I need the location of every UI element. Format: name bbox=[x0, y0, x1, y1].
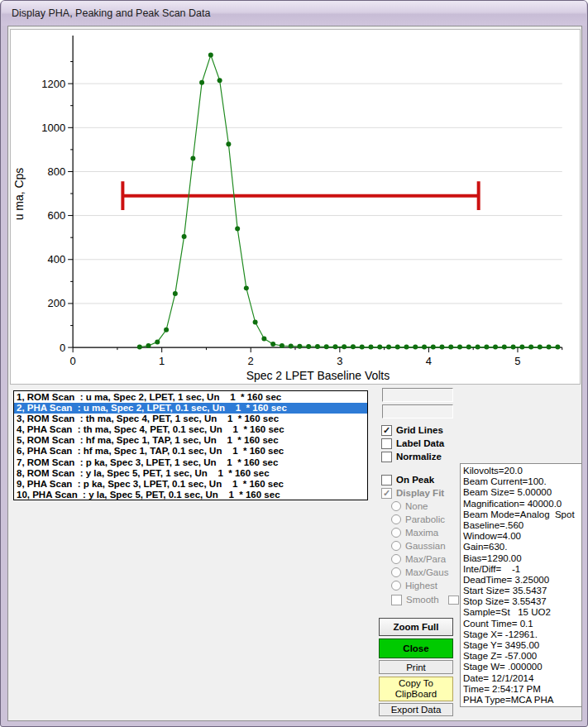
svg-text:3: 3 bbox=[337, 355, 342, 367]
svg-text:1: 1 bbox=[159, 355, 165, 367]
chart-panel: 012345020040060080010001200Spec 2 LPET B… bbox=[10, 29, 581, 385]
info-line: Stage W= .000000 bbox=[463, 662, 581, 672]
scan-list-item[interactable]: 2, PHA Scan : u ma, Spec 2, LPET, 0.1 se… bbox=[14, 403, 367, 414]
export-data-button[interactable]: Export Data bbox=[379, 703, 453, 716]
label-data-label: Label Data bbox=[396, 438, 444, 448]
scan-list-item[interactable]: 9, PHA Scan : p ka, Spec 3, LPET, 0.1 se… bbox=[14, 479, 367, 490]
fit-method-radio-max-gaus[interactable]: Max/Gaus bbox=[391, 566, 466, 579]
info-line: Stage Z= -57.000 bbox=[463, 651, 581, 662]
baseline-window-marker bbox=[122, 181, 478, 210]
checkbox-icon bbox=[381, 475, 392, 485]
fit-method-label: None bbox=[405, 501, 428, 511]
scan-data-series bbox=[137, 53, 561, 350]
svg-text:4: 4 bbox=[426, 355, 432, 367]
svg-text:2: 2 bbox=[248, 355, 254, 367]
close-button[interactable]: Close bbox=[379, 639, 453, 658]
app-window: Display PHA, Peaking and Peak Scan Data … bbox=[0, 0, 588, 727]
radio-icon bbox=[391, 541, 401, 551]
svg-text:5: 5 bbox=[514, 355, 520, 367]
window-titlebar[interactable]: Display PHA, Peaking and Peak Scan Data bbox=[2, 1, 586, 26]
fit-method-group: NoneParabolicMaximaGaussianMax/ParaMax/G… bbox=[391, 500, 466, 592]
readout-box-bottom bbox=[382, 404, 453, 419]
info-line: Inte/Diff= -1 bbox=[463, 564, 581, 575]
label-data-checkbox[interactable]: Label Data bbox=[381, 438, 444, 449]
info-line: Stop Size= 3.55437 bbox=[463, 596, 581, 607]
info-line: Window=4.00 bbox=[463, 531, 581, 542]
info-line: Start Size= 35.5437 bbox=[463, 586, 581, 596]
on-peak-label: On Peak bbox=[396, 475, 434, 485]
info-line: PHA Type=MCA PHA bbox=[463, 695, 581, 705]
fit-method-radio-maxima[interactable]: Maxima bbox=[391, 526, 466, 539]
fit-method-label: Highest bbox=[405, 581, 437, 591]
info-line: Count Time= 0.1 bbox=[463, 619, 581, 629]
info-line: Beam Current=100. bbox=[463, 476, 581, 487]
smooth-checkbox: Smooth bbox=[391, 594, 459, 605]
fit-method-radio-none[interactable]: None bbox=[391, 500, 466, 513]
smooth-value-box bbox=[448, 595, 459, 605]
info-line: Gain=630. bbox=[463, 542, 581, 552]
display-fit-label: Display Fit bbox=[396, 488, 444, 498]
info-line: Date= 12/1/2014 bbox=[463, 673, 581, 684]
info-line: Sample=St 15 UO2 bbox=[463, 607, 581, 618]
info-panel: Kilovolts=20.0Beam Current=100.Beam Size… bbox=[460, 463, 582, 707]
window-title: Display PHA, Peaking and Peak Scan Data bbox=[12, 7, 210, 19]
radio-icon bbox=[391, 514, 401, 524]
x-axis-label: Spec 2 LPET Baseline Volts bbox=[246, 369, 390, 382]
fit-method-label: Maxima bbox=[405, 528, 438, 538]
info-line: DeadTime= 3.25000 bbox=[463, 575, 581, 586]
checkbox-check-icon bbox=[381, 488, 392, 499]
info-line: Beam Size= 5.00000 bbox=[463, 487, 581, 498]
fit-method-label: Max/Para bbox=[405, 554, 446, 564]
radio-icon bbox=[391, 567, 401, 577]
scan-list-item[interactable]: 6, PHA Scan : hf ma, Spec 1, TAP, 0.1 se… bbox=[14, 446, 367, 457]
on-peak-checkbox[interactable]: On Peak bbox=[381, 474, 434, 485]
print-button[interactable]: Print bbox=[379, 660, 453, 674]
zoom-full-button[interactable]: Zoom Full bbox=[379, 618, 453, 636]
grid-lines-label: Grid Lines bbox=[396, 425, 443, 435]
scan-list-item[interactable]: 3, ROM Scan : th ma, Spec 4, PET, 1 sec,… bbox=[14, 414, 367, 424]
svg-text:600: 600 bbox=[48, 209, 66, 222]
pha-scan-chart: 012345020040060080010001200Spec 2 LPET B… bbox=[11, 30, 580, 384]
dialog-content: 012345020040060080010001200Spec 2 LPET B… bbox=[7, 26, 582, 721]
grid-lines-checkbox[interactable]: Grid Lines bbox=[381, 424, 443, 436]
checkbox-check-icon bbox=[381, 425, 392, 436]
radio-icon bbox=[391, 554, 401, 564]
info-line: Baseline=.560 bbox=[463, 520, 581, 531]
info-line: Stage X= -12961. bbox=[463, 629, 581, 640]
info-line: Bias=1290.00 bbox=[463, 553, 581, 564]
svg-text:1000: 1000 bbox=[41, 122, 65, 134]
scan-list-item[interactable]: 10, PHA Scan : y la, Spec 5, PET, 0.1 se… bbox=[14, 490, 367, 500]
checkbox-icon bbox=[391, 595, 402, 605]
readout-box-top bbox=[382, 388, 453, 402]
fit-method-radio-gaussian[interactable]: Gaussian bbox=[391, 539, 466, 552]
scan-list-item[interactable]: 7, ROM Scan : p ka, Spec 3, LPET, 1 sec,… bbox=[14, 457, 367, 468]
fit-method-label: Gaussian bbox=[405, 541, 446, 551]
info-line: Kilovolts=20.0 bbox=[463, 466, 581, 476]
svg-text:400: 400 bbox=[48, 253, 66, 265]
svg-text:800: 800 bbox=[48, 165, 66, 178]
scan-list[interactable]: 1, ROM Scan : u ma, Spec 2, LPET, 1 sec,… bbox=[13, 390, 368, 500]
info-line: Time= 2:54:17 PM bbox=[463, 684, 581, 695]
svg-text:0: 0 bbox=[70, 355, 76, 367]
info-line: Magnification= 40000.0 bbox=[463, 499, 581, 509]
svg-text:200: 200 bbox=[48, 297, 66, 309]
fit-method-radio-parabolic[interactable]: Parabolic bbox=[391, 513, 466, 526]
scan-list-item[interactable]: 5, ROM Scan : hf ma, Spec 1, TAP, 1 sec,… bbox=[14, 435, 367, 446]
fit-method-radio-highest[interactable]: Highest bbox=[391, 579, 466, 592]
radio-icon bbox=[391, 528, 401, 538]
scan-list-item[interactable]: 4, PHA Scan : th ma, Spec 4, PET, 0.1 se… bbox=[14, 424, 367, 435]
svg-text:1200: 1200 bbox=[41, 78, 65, 90]
info-line: Stage Y= 3495.00 bbox=[463, 640, 581, 651]
gridlines bbox=[73, 84, 562, 304]
radio-icon bbox=[391, 581, 401, 591]
svg-text:0: 0 bbox=[60, 342, 65, 354]
scan-list-item[interactable]: 8, ROM Scan : y la, Spec 5, PET, 1 sec, … bbox=[14, 468, 367, 479]
fit-method-label: Parabolic bbox=[405, 514, 445, 524]
fit-method-radio-max-para[interactable]: Max/Para bbox=[391, 552, 466, 566]
checkbox-icon bbox=[381, 452, 392, 462]
y-axis-label: u ma, Cps bbox=[12, 168, 26, 221]
normalize-label: Normalize bbox=[396, 452, 442, 462]
normalize-checkbox[interactable]: Normalize bbox=[381, 451, 442, 462]
scan-list-item[interactable]: 1, ROM Scan : u ma, Spec 2, LPET, 1 sec,… bbox=[14, 392, 367, 403]
copy-to-clipboard-button[interactable]: Copy To ClipBoard bbox=[379, 677, 453, 701]
